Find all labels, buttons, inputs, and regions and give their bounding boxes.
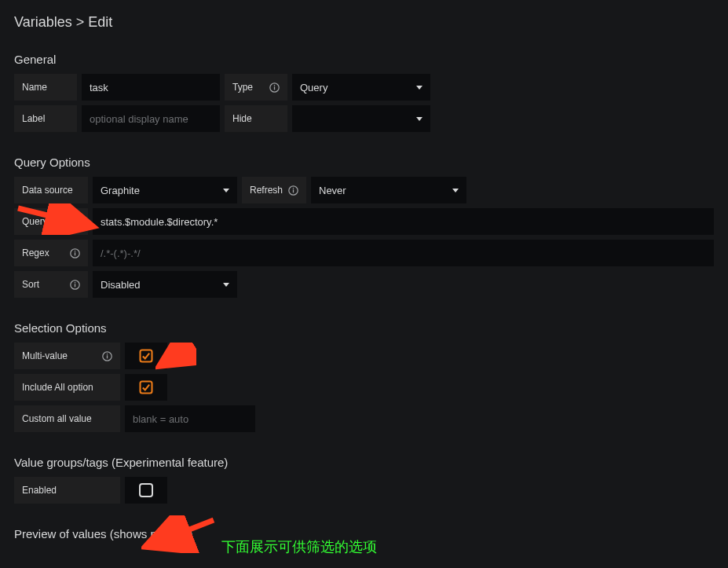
info-icon — [70, 248, 80, 258]
svg-rect-7 — [75, 252, 75, 255]
datasource-label-text: Data source — [22, 185, 73, 196]
info-icon — [269, 82, 280, 93]
caret-down-icon — [223, 189, 229, 192]
multivalue-label-text: Multi-value — [22, 350, 68, 361]
svg-rect-8 — [75, 251, 75, 251]
section-general-title: General — [14, 53, 714, 66]
customall-input[interactable] — [125, 405, 255, 432]
type-select-value: Query — [300, 82, 327, 93]
includeall-checkbox[interactable] — [125, 374, 167, 401]
hide-label: Hide — [225, 105, 287, 132]
query-label: Query — [14, 208, 88, 235]
checkbox-unchecked-icon — [139, 483, 153, 497]
section-value-groups-title: Value groups/tags (Experimental feature) — [14, 456, 714, 469]
svg-rect-15 — [141, 350, 152, 362]
label-label: Label — [14, 105, 77, 132]
svg-rect-1 — [274, 86, 275, 90]
svg-rect-2 — [274, 85, 275, 86]
type-select[interactable]: Query — [292, 74, 430, 101]
svg-rect-10 — [75, 284, 75, 287]
type-label: Type — [225, 74, 287, 101]
svg-rect-13 — [107, 355, 108, 358]
info-icon — [70, 280, 80, 290]
breadcrumb: Variables > Edit — [14, 14, 714, 31]
multivalue-label: Multi-value — [14, 343, 120, 369]
datasource-label: Data source — [14, 177, 88, 203]
sort-label-text: Sort — [22, 279, 39, 290]
hide-label-text: Hide — [232, 113, 252, 124]
hide-select[interactable] — [292, 105, 430, 132]
refresh-label: Refresh — [242, 177, 306, 203]
caret-down-icon — [223, 283, 229, 287]
query-input[interactable] — [93, 208, 714, 235]
sort-select[interactable]: Disabled — [93, 271, 237, 298]
enabled-label: Enabled — [14, 477, 120, 504]
label-label-text: Label — [22, 113, 45, 124]
svg-rect-11 — [75, 282, 75, 283]
name-input[interactable] — [82, 74, 220, 101]
customall-label: Custom all value — [14, 405, 120, 432]
section-selection-options-title: Selection Options — [14, 321, 714, 335]
info-icon — [288, 185, 298, 196]
type-label-text: Type — [232, 82, 253, 93]
refresh-label-text: Refresh — [250, 185, 283, 196]
enabled-checkbox[interactable] — [125, 477, 167, 504]
label-input[interactable] — [82, 105, 220, 132]
query-label-text: Query — [22, 216, 48, 227]
svg-rect-4 — [293, 189, 294, 192]
refresh-select[interactable]: Never — [311, 177, 466, 203]
svg-rect-14 — [107, 354, 108, 354]
section-preview-title: Preview of values (shows max 20) — [14, 527, 714, 541]
regex-label: Regex — [14, 240, 88, 266]
datasource-select-value: Graphite — [101, 185, 140, 196]
name-label: Name — [14, 74, 77, 101]
svg-rect-5 — [293, 188, 294, 189]
sort-label: Sort — [14, 271, 88, 298]
caret-down-icon — [452, 189, 459, 192]
includeall-label: Include All option — [14, 374, 120, 401]
customall-label-text: Custom all value — [22, 413, 92, 424]
caret-down-icon — [416, 117, 423, 121]
sort-select-value: Disabled — [101, 279, 141, 291]
svg-rect-16 — [141, 382, 152, 394]
refresh-select-value: Never — [319, 185, 346, 196]
caret-down-icon — [416, 86, 423, 90]
regex-label-text: Regex — [22, 247, 49, 258]
info-icon — [102, 351, 112, 361]
includeall-label-text: Include All option — [22, 382, 93, 393]
enabled-label-text: Enabled — [22, 485, 57, 496]
datasource-select[interactable]: Graphite — [93, 177, 237, 203]
regex-input[interactable] — [93, 240, 714, 266]
section-query-options-title: Query Options — [14, 156, 714, 169]
multivalue-checkbox[interactable] — [125, 343, 167, 369]
name-label-text: Name — [22, 82, 47, 93]
